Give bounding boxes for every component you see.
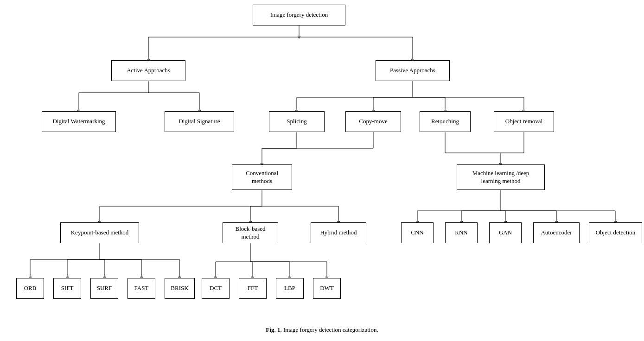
node-mldeep: Machine learning /deep learning method xyxy=(457,164,545,190)
node-passive: Passive Approachs xyxy=(376,60,450,81)
node-brisk: BRISK xyxy=(165,278,195,299)
connector-lines xyxy=(0,0,644,324)
node-gan: GAN xyxy=(489,222,522,243)
node-dwt: DWT xyxy=(313,278,341,299)
node-active: Active Approachs xyxy=(111,60,185,81)
node-dw: Digital Watermarking xyxy=(42,111,116,132)
node-copymove: Copy-move xyxy=(345,111,401,132)
node-objdetection: Object detection xyxy=(589,222,642,243)
node-autoencoder: Autoencoder xyxy=(533,222,580,243)
node-orb: ORB xyxy=(16,278,44,299)
node-fft: FFT xyxy=(239,278,267,299)
node-hybrid: Hybrid method xyxy=(311,222,366,243)
node-cnn: CNN xyxy=(401,222,434,243)
node-keypoint: Keypoint-based method xyxy=(60,222,139,243)
figure-caption: Fig. 1. Image forgery detection categori… xyxy=(266,326,378,334)
caption-label: Fig. 1. xyxy=(266,326,281,333)
node-fast: FAST xyxy=(128,278,155,299)
node-blockbased: Block-based method xyxy=(223,222,278,243)
node-root: Image forgery detection xyxy=(253,5,345,25)
node-retouching: Retouching xyxy=(420,111,471,132)
node-objremoval: Object removal xyxy=(494,111,554,132)
node-lbp: LBP xyxy=(276,278,304,299)
node-rnn: RNN xyxy=(445,222,478,243)
node-surf: SURF xyxy=(90,278,118,299)
node-conventional: Conventional methods xyxy=(232,164,292,190)
caption-text: Image forgery detection categorization. xyxy=(283,326,378,333)
node-splicing: Splicing xyxy=(269,111,325,132)
node-sift: SIFT xyxy=(53,278,81,299)
node-dct: DCT xyxy=(202,278,230,299)
diagram: Image forgery detection Active Approachs… xyxy=(0,0,644,324)
node-ds: Digital Signature xyxy=(165,111,234,132)
